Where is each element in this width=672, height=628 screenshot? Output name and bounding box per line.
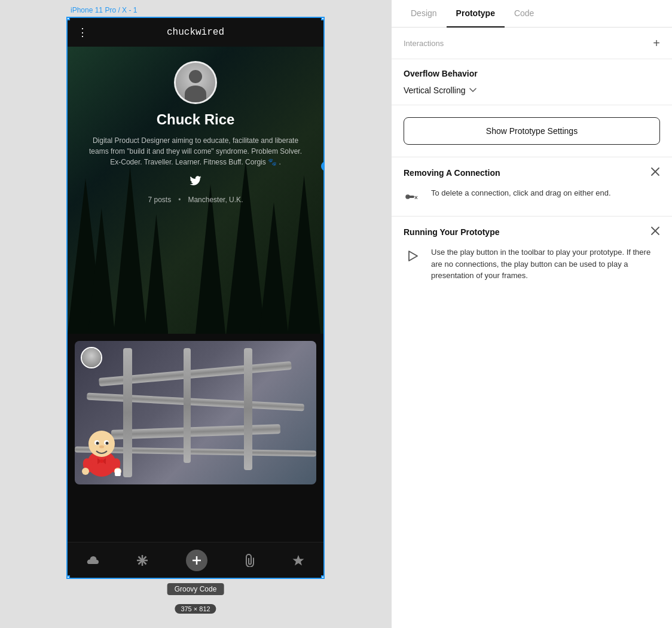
prototype-settings-button[interactable]: Show Prototype Settings xyxy=(404,117,660,145)
running-prototype-title: Running Your Prototype xyxy=(404,227,499,237)
svg-point-4 xyxy=(96,442,99,445)
play-icon xyxy=(404,246,423,266)
overflow-behavior-title: Overflow Behavior xyxy=(404,69,660,78)
phone-header: ⋮ chuckwired xyxy=(68,18,323,47)
frame-bottom-label: Groovy Code xyxy=(167,583,224,595)
asterisk-nav-icon[interactable] xyxy=(136,554,149,567)
panel-tabs: Design Prototype Code xyxy=(392,0,672,28)
brand-name: chuckwired xyxy=(167,27,224,38)
posts-section xyxy=(68,334,323,542)
tab-prototype[interactable]: Prototype xyxy=(447,0,505,28)
svg-point-6 xyxy=(99,446,104,449)
removing-connection-description: To delete a connection, click and drag o… xyxy=(431,187,611,199)
phone-frame: ⋮ chuckwired xyxy=(66,17,325,579)
paperclip-nav-icon[interactable] xyxy=(245,554,255,567)
post-avatar-image xyxy=(82,348,101,367)
post-avatar xyxy=(81,347,102,368)
running-prototype-section: Running Your Prototype Use the play butt… xyxy=(392,217,672,291)
handle-bottom-right[interactable] xyxy=(321,575,325,579)
hero-name: Chuck Rice xyxy=(157,111,235,128)
removing-connection-header: Removing A Connection xyxy=(404,167,660,179)
svg-point-12 xyxy=(82,468,89,475)
removing-connection-section: Removing A Connection × To delete a conn… xyxy=(392,157,672,217)
running-prototype-body: Use the play button in the toolbar to pl… xyxy=(404,246,660,282)
handle-bottom-left[interactable] xyxy=(66,575,70,579)
chevron-down-icon xyxy=(469,86,476,94)
post-card xyxy=(75,341,316,484)
overflow-dropdown-value: Vertical Scrolling xyxy=(404,86,466,95)
svg-text:×: × xyxy=(414,194,418,201)
frame-label: iPhone 11 Pro / X - 1 xyxy=(71,6,137,14)
tab-design[interactable]: Design xyxy=(401,0,447,28)
hero-stats: 7 posts • Manchester, U.K. xyxy=(148,196,243,204)
handle-top-left[interactable] xyxy=(66,17,70,20)
add-nav-icon[interactable] xyxy=(186,550,207,571)
mascot-image xyxy=(81,425,123,478)
pipe-3 xyxy=(111,424,280,440)
tree-4 xyxy=(144,214,168,334)
hero-section: Chuck Rice Digital Product Designer aimi… xyxy=(68,47,323,334)
removing-connection-title: Removing A Connection xyxy=(404,168,500,178)
twitter-icon xyxy=(190,176,201,188)
running-prototype-header: Running Your Prototype xyxy=(404,226,660,238)
hero-bio: Digital Product Designer aiming to educa… xyxy=(68,135,323,167)
pipe-vertical-2 xyxy=(184,348,191,463)
connection-delete-icon: × xyxy=(404,187,423,206)
svg-point-9 xyxy=(100,459,103,463)
phone-bottom-nav xyxy=(68,542,323,578)
cloud-nav-icon[interactable] xyxy=(86,556,99,565)
running-prototype-description: Use the play button in the toolbar to pl… xyxy=(431,246,660,282)
handle-top-right[interactable] xyxy=(321,17,325,20)
canvas-area: iPhone 11 Pro / X - 1 ⋮ chuckwired xyxy=(0,0,391,628)
frame-size-label: 375 × 812 xyxy=(175,604,216,614)
pipe-2 xyxy=(87,392,304,411)
running-prototype-close-button[interactable] xyxy=(650,226,660,238)
location: Manchester, U.K. xyxy=(188,196,243,204)
tree-5 xyxy=(196,184,225,334)
svg-rect-24 xyxy=(406,196,414,198)
removing-connection-close-button[interactable] xyxy=(650,167,660,179)
phone-inner: ⋮ chuckwired xyxy=(68,18,323,578)
interactions-title: Interactions xyxy=(404,39,444,48)
overflow-behavior-section: Overflow Behavior Vertical Scrolling xyxy=(392,59,672,105)
avatar xyxy=(174,61,217,104)
posts-count: 7 posts xyxy=(148,196,172,204)
pipe-vertical-3 xyxy=(244,348,252,470)
stats-separator: • xyxy=(178,196,181,204)
star-nav-icon[interactable] xyxy=(292,554,305,567)
prototype-settings-section: Show Prototype Settings xyxy=(392,105,672,157)
interactions-add-button[interactable]: + xyxy=(653,37,660,49)
pipe-vertical-1 xyxy=(123,348,132,477)
hero-content: Chuck Rice Digital Product Designer aimi… xyxy=(68,47,323,204)
svg-marker-21 xyxy=(293,555,304,566)
svg-point-5 xyxy=(106,442,109,445)
removing-connection-body: × To delete a connection, click and drag… xyxy=(404,187,660,206)
interactions-header: Interactions + xyxy=(404,37,660,49)
interactions-section: Interactions + xyxy=(392,28,672,59)
svg-rect-14 xyxy=(115,469,121,476)
right-panel: Design Prototype Code Interactions + Ove… xyxy=(391,0,672,628)
avatar-image xyxy=(176,63,215,102)
tab-code[interactable]: Code xyxy=(505,0,543,28)
menu-dots-icon: ⋮ xyxy=(77,26,89,39)
overflow-dropdown[interactable]: Vertical Scrolling xyxy=(404,86,660,95)
tree-7 xyxy=(259,202,288,334)
